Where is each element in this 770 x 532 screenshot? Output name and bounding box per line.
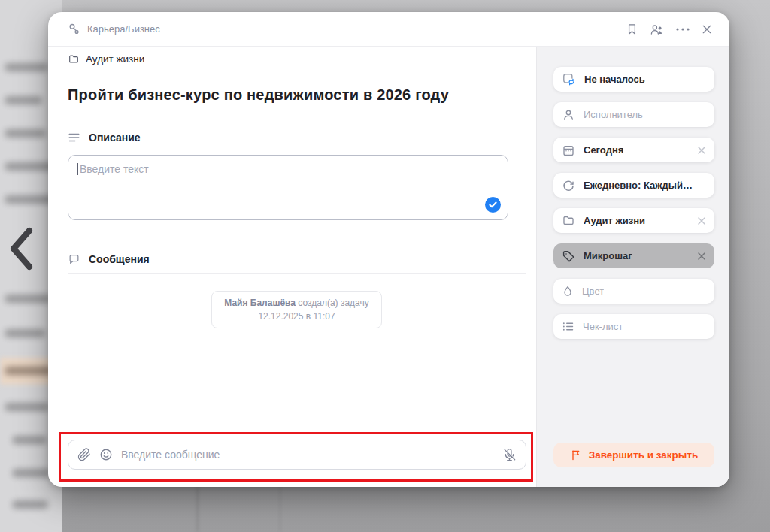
task-main-panel: Аудит жизни Пройти бизнес-курс по недвиж…	[48, 47, 536, 487]
tag-icon	[562, 249, 575, 263]
bookmark-icon[interactable]	[626, 23, 638, 36]
complete-label: Завершить и закрыть	[589, 449, 699, 461]
header-actions	[626, 23, 713, 36]
calendar-icon	[562, 144, 575, 157]
paperclip-icon[interactable]	[77, 448, 91, 461]
background-column-divider	[279, 487, 281, 532]
messages-label: Сообщения	[89, 253, 150, 265]
status-label: Не началось	[584, 74, 645, 85]
project-link-icon	[68, 23, 80, 35]
color-label: Цвет	[582, 286, 604, 297]
assignee-label: Исполнитель	[584, 109, 643, 120]
background-column-divider	[196, 487, 199, 532]
project-label: Карьера/Бизнес	[87, 23, 160, 35]
board-chip[interactable]: Аудит жизни	[68, 53, 144, 65]
project-breadcrumb[interactable]: Карьера/Бизнес	[68, 23, 160, 35]
left-chevron-icon[interactable]	[9, 227, 33, 271]
description-lines-icon	[68, 132, 80, 143]
message-input-bar	[68, 440, 526, 470]
blurred-row	[5, 329, 45, 337]
modal-header: Карьера/Бизнес	[48, 12, 729, 47]
recurrence-button[interactable]: Ежедневно: Каждый…	[553, 173, 714, 198]
description-save-button[interactable]	[485, 197, 501, 213]
messages-divider	[68, 273, 526, 274]
mic-off-icon[interactable]	[502, 448, 517, 462]
blurred-row	[5, 403, 50, 411]
board-chip-label: Аудит жизни	[584, 215, 645, 226]
folder-icon	[68, 53, 80, 65]
blurred-row	[12, 500, 48, 509]
tag-label: Микрошаг	[584, 250, 632, 261]
tag-chip-button[interactable]: Микрошаг	[553, 243, 714, 268]
checklist-label: Чек-лист	[583, 321, 623, 332]
checklist-icon	[562, 321, 574, 332]
text-caret	[77, 163, 78, 175]
remove-x-icon[interactable]	[697, 216, 706, 225]
color-button[interactable]: Цвет	[553, 279, 714, 304]
blurred-row	[5, 96, 42, 104]
blurred-row	[12, 436, 47, 444]
remove-x-icon[interactable]	[697, 146, 706, 155]
description-label: Описание	[89, 131, 141, 144]
folder-icon	[562, 214, 575, 227]
system-action: создал(а) задачу	[296, 298, 369, 308]
due-date-label: Сегодня	[584, 144, 623, 156]
description-textarea[interactable]: Введите текст	[68, 155, 508, 220]
more-dots-icon[interactable]	[675, 27, 690, 32]
members-icon[interactable]	[649, 23, 665, 36]
status-checkbox-sync-icon	[562, 72, 576, 86]
board-button[interactable]: Аудит жизни	[553, 208, 714, 233]
chat-bubble-icon	[68, 253, 80, 265]
blurred-row	[12, 469, 51, 477]
system-message-card: Майя Балашёва создал(а) задачу 12.12.202…	[211, 291, 381, 328]
remove-x-icon[interactable]	[697, 252, 706, 261]
smiley-icon[interactable]	[99, 448, 113, 461]
droplet-icon	[562, 285, 574, 298]
assignee-button[interactable]: Исполнитель	[553, 102, 714, 127]
task-title[interactable]: Пройти бизнес-курс по недвижимости в 202…	[68, 86, 506, 104]
description-placeholder: Введите текст	[80, 163, 149, 175]
modal-body: Аудит жизни Пройти бизнес-курс по недвиж…	[48, 47, 729, 487]
flag-icon	[570, 449, 582, 461]
blurred-row	[5, 295, 51, 303]
close-icon[interactable]	[701, 23, 713, 35]
complete-and-close-button[interactable]: Завершить и закрыть	[553, 443, 714, 467]
check-icon	[489, 201, 497, 208]
checklist-button[interactable]: Чек-лист	[553, 314, 714, 339]
task-properties-sidebar: Не началось Исполнитель	[536, 47, 729, 487]
author-name: Майя Балашёва	[224, 298, 296, 308]
description-section-header: Описание	[68, 131, 536, 144]
recurrence-label: Ежедневно: Каждый…	[584, 180, 693, 191]
repeat-icon	[562, 179, 575, 192]
system-message-line1: Майя Балашёва создал(а) задачу	[224, 296, 368, 310]
assignee-person-icon	[562, 108, 575, 122]
status-button[interactable]: Не началось	[553, 67, 714, 92]
board-label: Аудит жизни	[86, 53, 144, 65]
system-message-date: 12.12.2025 в 11:07	[224, 310, 368, 323]
blurred-row	[5, 195, 54, 204]
blurred-row	[5, 129, 46, 138]
blurred-row	[5, 63, 48, 71]
task-modal: Карьера/Бизнес	[48, 12, 729, 487]
message-input[interactable]	[121, 449, 494, 461]
messages-section-header: Сообщения	[68, 253, 536, 265]
blurred-row	[5, 367, 53, 375]
due-date-button[interactable]: Сегодня	[553, 138, 714, 162]
